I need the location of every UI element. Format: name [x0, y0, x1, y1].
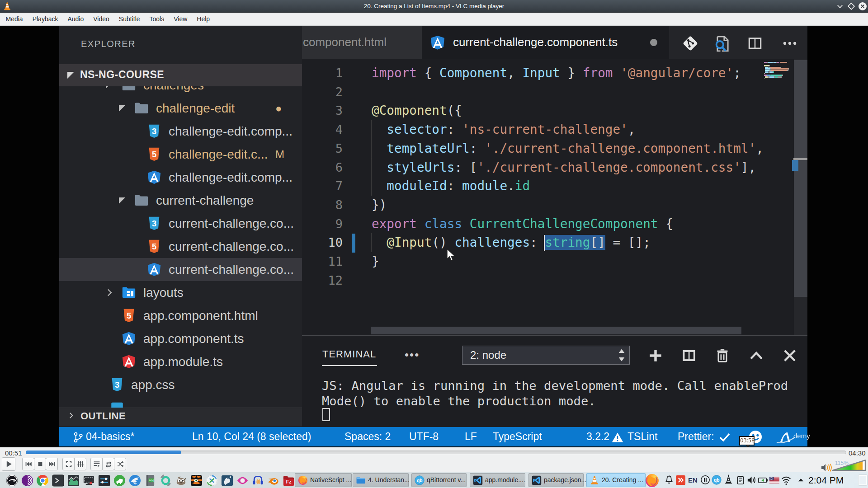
statusbar-encoding[interactable]: UTF-8 — [409, 427, 439, 446]
task-nativescript[interactable]: NativeScript ... — [295, 473, 352, 487]
tray-clipboard-icon[interactable] — [736, 475, 745, 485]
close-panel-icon[interactable] — [782, 347, 798, 364]
editor-minimap[interactable] — [764, 62, 794, 87]
tray-cone-dark-icon[interactable] — [723, 474, 734, 485]
launcher-blender-icon[interactable] — [267, 474, 279, 487]
explorer-item-challenge-edit.comp...[interactable]: 3challenge-edit.comp... — [59, 120, 302, 143]
playlist-button[interactable] — [90, 458, 103, 470]
launcher-filezilla-icon[interactable]: Fz — [283, 474, 295, 487]
play-button[interactable] — [2, 457, 15, 471]
explorer-item-layouts[interactable]: layouts — [59, 281, 302, 304]
explorer-item-app.css[interactable]: 3app.css — [59, 373, 302, 396]
loop-button[interactable] — [102, 458, 114, 470]
statusbar-branch[interactable]: 04-basics* — [86, 427, 134, 446]
statusbar-tslint[interactable]: TSLint — [627, 427, 657, 446]
launcher-konsole-icon[interactable] — [52, 474, 64, 487]
tray-wifi-icon[interactable] — [781, 475, 792, 486]
launcher-nqq-icon[interactable]: nqq — [144, 474, 156, 487]
editor-more-icon[interactable] — [781, 35, 799, 52]
launcher-opensuse-icon[interactable] — [6, 474, 18, 487]
code-line-4: selector: 'ns-current-challenge', — [372, 120, 635, 139]
tray-battery-icon[interactable] — [758, 475, 768, 485]
task-package-json[interactable]: package.json... — [528, 473, 584, 487]
tray-bell-icon[interactable] — [664, 475, 674, 485]
launcher-ring-icon[interactable] — [160, 474, 172, 487]
launcher-falkon-icon[interactable] — [129, 474, 141, 487]
tray-pausecircle-icon[interactable] — [700, 475, 710, 485]
explorer-item-app.component.ts[interactable]: app.component.ts — [59, 327, 302, 350]
launcher-tor-icon[interactable] — [21, 474, 33, 487]
explorer-item-challenge-edit[interactable]: challenge-edit● — [59, 97, 302, 120]
explorer-item-challenge-edit.c...[interactable]: 5challenge-edit.c...M — [59, 143, 302, 166]
tab-component-html[interactable]: component.html — [302, 26, 422, 59]
launcher-x2go-icon[interactable] — [206, 474, 218, 487]
launcher-screencap-icon[interactable] — [83, 474, 95, 487]
task-app-module[interactable]: app.module.... — [470, 473, 525, 487]
statusbar-indentation[interactable]: Spaces: 2 — [344, 427, 391, 446]
explorer-item-challenges[interactable]: challenges — [59, 86, 302, 97]
explorer-item-current-challenge.co...[interactable]: 3current-challenge.co... — [59, 212, 302, 235]
tray-usflag-icon[interactable] — [769, 477, 779, 483]
explorer-item-app.module.ts[interactable]: app.module.ts — [59, 350, 302, 373]
kill-terminal-icon[interactable] — [714, 347, 731, 364]
statusbar-version[interactable]: 3.2.2 — [586, 427, 609, 446]
task-20-creating[interactable]: 20. Creating ... — [586, 473, 646, 487]
shuffle-button[interactable] — [114, 458, 126, 470]
editor-hscrollbar[interactable] — [371, 327, 741, 334]
code-token: ], — [741, 160, 756, 175]
explorer-item-app.component.html[interactable]: 5app.component.html — [59, 304, 302, 327]
launcher-chart-icon[interactable] — [67, 474, 80, 487]
terminal-more-icon[interactable]: ••• — [405, 348, 420, 362]
launcher-sliders-icon[interactable] — [98, 474, 110, 487]
launcher-mysqlwb-icon[interactable] — [221, 474, 233, 487]
new-terminal-icon[interactable] — [647, 347, 664, 364]
split-editor-icon[interactable] — [746, 35, 764, 52]
stop-button[interactable] — [34, 458, 46, 470]
explorer-item-current-challenge.co...[interactable]: current-challenge.co... — [59, 258, 302, 281]
terminal-tab[interactable]: TERMINAL — [322, 348, 376, 360]
explorer-item-current-challenge[interactable]: current-challenge — [59, 189, 302, 212]
launcher-gimp-icon[interactable] — [175, 474, 187, 487]
tray-redchev-icon[interactable] — [675, 475, 686, 485]
tray-keyboard-layout[interactable]: EN — [688, 472, 700, 488]
maximize-panel-icon[interactable] — [748, 347, 764, 364]
show-desktop-button[interactable] — [859, 475, 867, 485]
explorer-item-partial[interactable] — [59, 396, 302, 408]
minimap-line — [773, 71, 774, 73]
launcher-chrome-icon[interactable] — [37, 474, 49, 487]
launcher-pinkeye-icon[interactable] — [236, 474, 249, 487]
extended-settings-button[interactable] — [74, 458, 86, 470]
dirty-indicator-icon[interactable] — [650, 39, 657, 46]
search-file-icon[interactable] — [712, 35, 731, 53]
tray-qbittorrent-icon[interactable]: qb — [712, 475, 722, 485]
line-number: 3 — [302, 101, 343, 120]
blue-sliver-icon — [109, 400, 125, 408]
launcher-audacity-icon[interactable] — [252, 474, 264, 487]
editor-vscrollbar[interactable] — [794, 60, 807, 297]
fullscreen-button[interactable] — [62, 458, 75, 470]
open-changes-icon[interactable] — [682, 35, 699, 52]
volume-slider[interactable] — [832, 459, 867, 471]
tray-speaker-dark-icon[interactable] — [746, 475, 757, 485]
taskbar-clock[interactable]: 2:04 PM — [808, 472, 844, 488]
tray-firefox-icon[interactable] — [645, 474, 659, 488]
explorer-item-current-challenge.co...[interactable]: 5current-challenge.co... — [59, 235, 302, 258]
explorer-item-challenge-edit.comp...[interactable]: challenge-edit.comp... — [59, 166, 302, 189]
statusbar-prettier[interactable]: Prettier: — [678, 427, 714, 446]
minimap-line — [764, 75, 767, 76]
launcher-tigervnc-icon[interactable] — [190, 474, 203, 487]
tray-caret-up-icon[interactable] — [797, 476, 805, 484]
previous-button[interactable] — [22, 458, 34, 470]
check-icon — [718, 430, 731, 444]
launcher-tapir-icon[interactable] — [113, 474, 126, 487]
task-qbittorrent-v[interactable]: qbqBittorrent v... — [411, 473, 467, 487]
statusbar-eol[interactable]: LF — [465, 427, 477, 446]
next-button[interactable] — [46, 458, 58, 470]
split-terminal-icon[interactable] — [681, 347, 697, 364]
terminal-line: JS: Angular is running in the developmen… — [322, 379, 788, 393]
task-4-understan[interactable]: 4. Understan... — [353, 473, 409, 487]
explorer-item-label: current-challenge.co... — [169, 258, 294, 281]
volume-icon[interactable] — [821, 464, 833, 472]
statusbar-position[interactable]: Ln 10, Col 24 (8 selected) — [192, 427, 311, 446]
statusbar-language[interactable]: TypeScript — [493, 427, 542, 446]
